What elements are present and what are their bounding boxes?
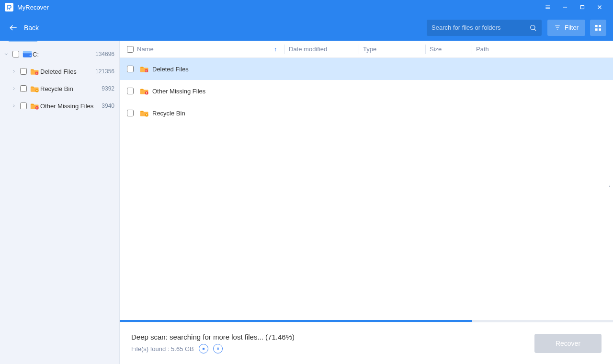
app-title: MyRecover xyxy=(17,4,49,11)
svg-point-16 xyxy=(30,55,31,56)
svg-rect-33 xyxy=(218,348,218,350)
files-found-label: File(s) found : 5.65 GB xyxy=(131,345,194,353)
tree-checkbox[interactable] xyxy=(20,68,27,75)
tree-label: Deleted Files xyxy=(40,68,93,75)
grid-icon xyxy=(594,24,602,32)
chevron-right-icon[interactable] xyxy=(11,69,17,74)
row-name: Recycle Bin xyxy=(152,110,613,117)
tree-count-drive: 134696 xyxy=(93,51,114,57)
tree-node-drive[interactable]: C: 134696 xyxy=(0,46,119,63)
col-date-label[interactable]: Date modified xyxy=(289,46,355,53)
row-checkbox[interactable] xyxy=(127,88,134,94)
svg-rect-15 xyxy=(23,51,32,53)
minimize-button[interactable] xyxy=(556,0,574,14)
col-name-label[interactable]: Name xyxy=(137,46,154,53)
back-button[interactable]: Back xyxy=(7,20,41,35)
tree-checkbox[interactable] xyxy=(20,85,27,92)
recover-label: Recover xyxy=(556,340,580,347)
menu-icon[interactable] xyxy=(539,0,556,14)
app-logo xyxy=(5,3,13,11)
file-list: Deleted FilesOther Missing FilesRecycle … xyxy=(120,58,613,320)
filter-label: Filter xyxy=(565,24,579,31)
col-path-label[interactable]: Path xyxy=(476,46,613,53)
svg-rect-18 xyxy=(36,73,36,74)
sidebar: C: 134696 Deleted Files121356Recycle Bin… xyxy=(0,41,120,364)
tree-node[interactable]: Deleted Files121356 xyxy=(0,63,119,80)
svg-rect-19 xyxy=(37,73,37,74)
folder-recycle-icon xyxy=(30,84,40,93)
tree-checkbox[interactable] xyxy=(20,102,27,109)
tree-checkbox-drive[interactable] xyxy=(12,51,19,57)
chevron-right-icon[interactable] xyxy=(11,103,17,108)
scan-status: Deep scan: searching for more lost files… xyxy=(131,333,534,341)
folder-trash-icon xyxy=(137,65,152,73)
row-name: Other Missing Files xyxy=(152,88,613,95)
collapse-handle[interactable] xyxy=(606,180,613,193)
tree-label-drive: C: xyxy=(33,51,93,58)
col-size-label[interactable]: Size xyxy=(430,46,468,53)
folder-trash-icon xyxy=(30,67,40,76)
pause-button[interactable] xyxy=(213,344,223,353)
row-name: Deleted Files xyxy=(152,66,613,73)
chevron-right-icon[interactable] xyxy=(11,86,17,91)
svg-rect-22 xyxy=(37,107,37,108)
search-box[interactable] xyxy=(427,20,542,36)
svg-rect-28 xyxy=(147,92,147,93)
svg-rect-26 xyxy=(147,70,147,72)
footer: Deep scan: searching for more lost files… xyxy=(120,322,613,364)
header-bar: Back Filter xyxy=(0,14,613,41)
table-row[interactable]: Deleted Files xyxy=(120,58,613,80)
search-input[interactable] xyxy=(431,24,529,31)
tree-count: 9392 xyxy=(100,85,114,92)
svg-point-8 xyxy=(531,25,535,29)
svg-rect-23 xyxy=(37,109,37,109)
svg-rect-32 xyxy=(217,348,217,350)
progress-fill xyxy=(120,320,472,322)
svg-rect-12 xyxy=(595,28,598,31)
tree-node[interactable]: Other Missing Files3940 xyxy=(0,97,119,114)
chevron-left-icon xyxy=(608,183,612,189)
title-bar: MyRecover xyxy=(0,0,613,14)
chevron-down-icon[interactable] xyxy=(3,52,10,57)
row-checkbox[interactable] xyxy=(127,110,134,116)
tree-label: Other Missing Files xyxy=(40,102,100,110)
folder-missing-icon xyxy=(30,102,40,110)
column-header: Name ↑ Date modified Type Size Path xyxy=(120,41,613,58)
filter-button[interactable]: Filter xyxy=(547,20,585,36)
svg-line-9 xyxy=(534,29,536,30)
svg-rect-4 xyxy=(581,6,584,9)
tree-label: Recycle Bin xyxy=(40,85,100,92)
drive-icon xyxy=(22,50,33,58)
recover-button[interactable]: Recover xyxy=(534,334,602,353)
tree-node[interactable]: Recycle Bin9392 xyxy=(0,80,119,97)
grid-view-button[interactable] xyxy=(590,20,606,36)
close-button[interactable] xyxy=(591,0,608,14)
table-row[interactable]: Recycle Bin xyxy=(120,102,613,124)
search-icon xyxy=(529,24,537,32)
svg-rect-29 xyxy=(147,94,147,94)
folder-recycle-icon xyxy=(137,109,152,117)
row-checkbox[interactable] xyxy=(127,66,134,72)
main-panel: Name ↑ Date modified Type Size Path Dele… xyxy=(120,41,613,364)
progress-bar xyxy=(120,320,613,322)
back-label: Back xyxy=(24,24,39,32)
tree-count: 3940 xyxy=(100,102,114,109)
col-type-label[interactable]: Type xyxy=(363,46,421,53)
select-all-checkbox[interactable] xyxy=(127,46,134,53)
table-row[interactable]: Other Missing Files xyxy=(120,80,613,102)
stop-button[interactable] xyxy=(199,344,208,353)
svg-rect-11 xyxy=(599,25,601,27)
svg-rect-25 xyxy=(146,70,146,72)
tree-count: 121356 xyxy=(93,68,114,75)
maximize-button[interactable] xyxy=(574,0,591,14)
svg-rect-31 xyxy=(203,348,204,350)
folder-missing-icon xyxy=(137,87,152,95)
filter-icon xyxy=(554,24,561,31)
svg-rect-13 xyxy=(599,28,601,31)
sort-asc-icon[interactable]: ↑ xyxy=(274,46,281,53)
svg-rect-10 xyxy=(595,25,598,27)
